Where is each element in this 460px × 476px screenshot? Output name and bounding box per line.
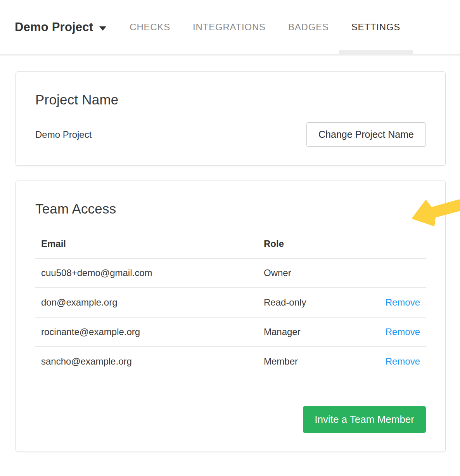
tab-checks[interactable]: CHECKS	[130, 0, 170, 54]
table-row: cuu508+demo@gmail.com Owner	[35, 258, 426, 288]
change-project-name-button[interactable]: Change Project Name	[306, 122, 426, 147]
project-name-card-title: Project Name	[35, 92, 426, 108]
project-name-value: Demo Project	[35, 129, 92, 140]
member-action: Remove	[363, 317, 426, 347]
email-column-header: Email	[35, 234, 258, 258]
remove-member-link[interactable]: Remove	[386, 356, 420, 367]
remove-member-link[interactable]: Remove	[386, 297, 420, 307]
table-row: sancho@example.org Member Remove	[35, 347, 426, 376]
project-navbar: Demo Project CHECKS INTEGRATIONS BADGES …	[0, 0, 460, 56]
team-access-card-title: Team Access	[35, 201, 426, 217]
tab-badges[interactable]: BADGES	[288, 0, 329, 54]
member-action	[363, 258, 426, 288]
member-email: don@example.org	[35, 288, 258, 317]
role-column-header: Role	[258, 234, 363, 258]
team-members-table: Email Role cuu508+demo@gmail.com Owner d…	[35, 234, 426, 376]
action-column-header	[363, 234, 426, 258]
member-email: cuu508+demo@gmail.com	[35, 258, 258, 288]
member-role: Manager	[258, 317, 363, 347]
member-action: Remove	[363, 347, 426, 376]
project-name-row: Demo Project Change Project Name	[35, 122, 426, 147]
project-switcher[interactable]: Demo Project	[15, 20, 106, 34]
table-row: don@example.org Read-only Remove	[35, 288, 426, 317]
tab-settings[interactable]: SETTINGS	[351, 0, 400, 54]
chevron-down-icon	[99, 26, 106, 31]
project-switcher-label: Demo Project	[15, 20, 93, 34]
project-name-card: Project Name Demo Project Change Project…	[16, 71, 446, 166]
invite-team-member-button[interactable]: Invite a Team Member	[303, 406, 426, 433]
tab-integrations[interactable]: INTEGRATIONS	[193, 0, 266, 54]
table-header-row: Email Role	[35, 234, 426, 258]
member-role: Read-only	[258, 288, 363, 317]
member-role: Member	[258, 347, 363, 376]
invite-row: Invite a Team Member	[35, 406, 426, 433]
settings-page: Demo Project CHECKS INTEGRATIONS BADGES …	[0, 0, 460, 476]
member-email: sancho@example.org	[35, 347, 258, 376]
team-access-card: Team Access Email Role cuu508+demo@gmail…	[16, 181, 446, 452]
member-role: Owner	[258, 258, 363, 288]
member-action: Remove	[363, 288, 426, 317]
project-tabs: CHECKS INTEGRATIONS BADGES SETTINGS	[130, 0, 400, 54]
table-row: rocinante@example.org Manager Remove	[35, 317, 426, 347]
member-email: rocinante@example.org	[35, 317, 258, 347]
remove-member-link[interactable]: Remove	[386, 327, 420, 337]
